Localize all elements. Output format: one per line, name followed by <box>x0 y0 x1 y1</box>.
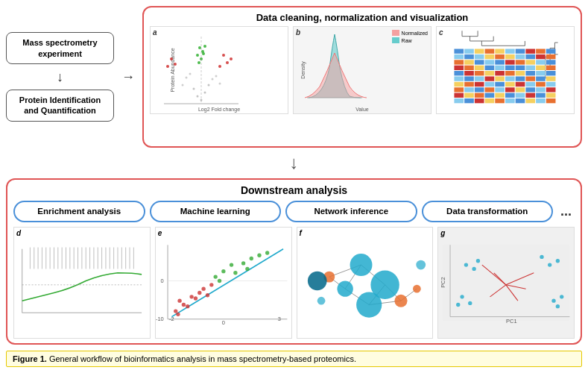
svg-point-11 <box>202 52 205 55</box>
svg-point-18 <box>174 63 177 66</box>
data-transformation-box[interactable]: Data transformation <box>422 201 554 222</box>
svg-rect-60 <box>475 66 484 70</box>
svg-text:-2: -2 <box>169 316 174 322</box>
svg-point-222 <box>548 263 551 266</box>
volcano-svg <box>157 33 246 111</box>
svg-text:PC2: PC2 <box>440 277 446 288</box>
svg-rect-65 <box>525 66 535 70</box>
top-section: Mass spectrometry experiment ↓ Protein I… <box>6 6 582 148</box>
svg-text:PC1: PC1 <box>506 318 517 325</box>
svg-point-220 <box>464 263 468 266</box>
svg-rect-59 <box>464 66 474 70</box>
svg-rect-69 <box>464 71 474 75</box>
chart-g-label: g <box>440 229 445 237</box>
svg-rect-112 <box>495 93 505 98</box>
network-inference-box[interactable]: Network inference <box>285 201 417 222</box>
caption-text: General workflow of bioinformatics analy… <box>47 354 356 363</box>
svg-point-167 <box>197 291 201 295</box>
svg-rect-29 <box>464 49 474 54</box>
svg-point-22 <box>215 75 218 78</box>
svg-point-201 <box>394 294 407 307</box>
chart-g: g PC2 PC1 <box>437 227 575 339</box>
svg-rect-100 <box>475 87 484 92</box>
svg-rect-40 <box>475 54 484 59</box>
svg-point-229 <box>556 304 560 308</box>
data-cleaning-box: Data cleaning, normalization and visuali… <box>142 6 582 148</box>
chart-b: b Density Value Normalized Raw <box>293 26 431 114</box>
svg-point-178 <box>241 261 245 265</box>
svg-rect-50 <box>475 60 484 64</box>
svg-rect-91 <box>485 82 495 87</box>
svg-point-200 <box>356 292 382 317</box>
svg-rect-120 <box>475 98 484 103</box>
svg-rect-127 <box>546 98 556 103</box>
svg-point-182 <box>265 251 269 254</box>
svg-rect-93 <box>505 82 515 87</box>
svg-rect-99 <box>464 87 474 92</box>
svg-rect-121 <box>485 98 495 103</box>
svg-point-218 <box>476 259 480 263</box>
chart-e: e <box>155 227 292 339</box>
svg-rect-70 <box>475 71 484 75</box>
density-legend: Normalized Raw <box>392 30 428 43</box>
svg-rect-46 <box>536 54 546 59</box>
svg-rect-52 <box>495 60 505 64</box>
machine-learning-box[interactable]: Machine learning <box>150 201 282 222</box>
enrichment-svg <box>14 228 150 338</box>
svg-rect-74 <box>516 71 525 75</box>
svg-rect-75 <box>525 71 535 75</box>
svg-point-17 <box>166 65 169 68</box>
svg-rect-33 <box>505 49 515 54</box>
svg-rect-42 <box>495 54 505 59</box>
chart-a: a Protein Abundance Log2 Fold change <box>150 26 288 114</box>
svg-rect-45 <box>525 54 535 59</box>
svg-rect-84 <box>516 76 525 81</box>
svg-point-8 <box>203 45 206 48</box>
value-label: Value <box>355 107 368 112</box>
svg-rect-85 <box>525 76 535 81</box>
mass-spec-box: Mass spectrometry experiment <box>6 32 114 64</box>
svg-rect-106 <box>536 87 546 92</box>
svg-point-24 <box>219 83 221 85</box>
svg-point-175 <box>218 279 221 283</box>
svg-rect-114 <box>516 93 525 98</box>
svg-rect-49 <box>464 60 474 64</box>
svg-rect-55 <box>525 60 535 64</box>
svg-rect-118 <box>454 98 464 103</box>
svg-point-163 <box>181 303 185 307</box>
main-container: Mass spectrometry experiment ↓ Protein I… <box>0 0 588 373</box>
enrichment-analysis-box[interactable]: Enrichment analysis <box>13 201 145 222</box>
pca-svg: PC2 PC1 <box>438 228 574 338</box>
svg-rect-58 <box>454 66 464 70</box>
svg-point-170 <box>209 283 213 286</box>
svg-rect-115 <box>525 93 535 98</box>
chart-f-label: f <box>300 229 302 237</box>
svg-rect-113 <box>505 93 515 98</box>
svg-point-221 <box>540 254 544 258</box>
svg-point-181 <box>257 253 261 257</box>
svg-rect-105 <box>525 87 535 92</box>
svg-point-179 <box>249 257 253 260</box>
svg-rect-124 <box>516 98 525 103</box>
scatter-svg: 0 0 -10 -2 3 <box>156 228 291 338</box>
svg-rect-76 <box>536 71 546 75</box>
svg-rect-88 <box>454 82 464 87</box>
svg-point-177 <box>233 271 237 275</box>
svg-rect-86 <box>536 76 546 81</box>
svg-point-3 <box>193 88 195 90</box>
svg-point-197 <box>350 254 372 276</box>
normalized-color <box>392 30 399 36</box>
svg-rect-81 <box>485 76 495 81</box>
svg-rect-102 <box>495 87 505 92</box>
chart-b-label: b <box>296 28 300 37</box>
svg-point-162 <box>174 309 177 313</box>
svg-rect-90 <box>475 82 484 87</box>
svg-point-203 <box>413 285 421 293</box>
density-svg <box>301 31 368 105</box>
chart-d-label: d <box>16 229 21 237</box>
svg-rect-101 <box>485 87 495 92</box>
svg-point-1 <box>197 95 199 98</box>
svg-rect-79 <box>464 76 474 81</box>
svg-point-16 <box>170 57 173 60</box>
legend-normalized: Normalized <box>392 30 428 36</box>
